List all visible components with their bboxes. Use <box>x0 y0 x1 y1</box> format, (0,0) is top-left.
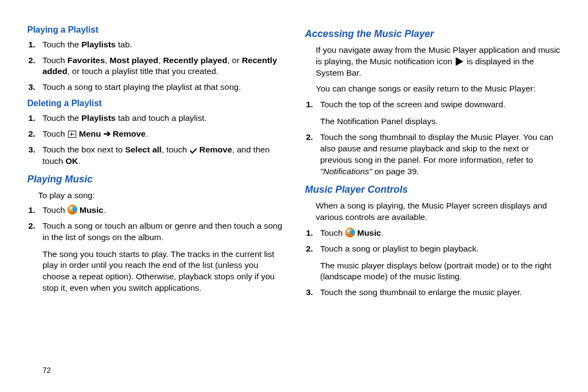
heading-playing-playlist: Playing a Playlist <box>27 24 283 36</box>
heading-controls: Music Player Controls <box>305 183 561 196</box>
music-icon <box>345 228 355 237</box>
heading-deleting-playlist: Deleting a Playlist <box>27 97 283 109</box>
step: Touch Music. <box>318 228 561 239</box>
steps-playing-music: Touch Music. Touch a song or touch an al… <box>27 205 283 294</box>
step: Touch the song thumbnail to display the … <box>318 132 561 177</box>
play-icon <box>456 57 463 66</box>
step: Touch a song to start playing the playli… <box>40 82 283 93</box>
steps-deleting-playlist: Touch the Playlists tab and touch a play… <box>27 113 283 167</box>
check-icon <box>189 147 197 153</box>
step: Touch a song or touch an album or genre … <box>40 220 283 295</box>
step: Touch Menu ➔ Remove. <box>40 128 283 140</box>
step: Touch the top of the screen and swipe do… <box>318 99 561 127</box>
step: Touch Music. <box>40 205 283 216</box>
step: Touch the box next to Select all, touch … <box>40 144 283 167</box>
step: Touch the Playlists tab and touch a play… <box>40 113 283 124</box>
left-column: Playing a Playlist Touch the Playlists t… <box>27 22 283 381</box>
menu-icon <box>68 131 76 138</box>
step: Touch a song or playlist to begin playba… <box>318 243 561 283</box>
steps-controls: Touch Music. Touch a song or playlist to… <box>305 228 561 299</box>
right-column: Accessing the Music Player If you naviga… <box>305 22 561 381</box>
steps-accessing: Touch the top of the screen and swipe do… <box>305 99 561 177</box>
step: Touch Favorites, Most played, Recently p… <box>40 55 283 78</box>
page-number: 72 <box>42 365 51 376</box>
step-extra: The music player displays below (portrai… <box>320 260 561 283</box>
steps-playing-playlist: Touch the Playlists tab. Touch Favorites… <box>27 39 283 94</box>
paragraph: If you navigate away from the Music Play… <box>316 45 561 79</box>
manual-page: Playing a Playlist Touch the Playlists t… <box>0 0 588 392</box>
music-icon <box>68 205 77 215</box>
heading-accessing: Accessing the Music Player <box>305 27 561 40</box>
intro-text: To play a song: <box>38 190 283 201</box>
paragraph: You can change songs or easily return to… <box>316 83 561 95</box>
step: Touch the Playlists tab. <box>40 39 283 51</box>
step-extra: The Notification Panel displays. <box>320 116 561 127</box>
heading-playing-music: Playing Music <box>27 173 283 186</box>
paragraph: When a song is playing, the Music Player… <box>316 200 561 223</box>
step: Touch the song thumbnail to enlarge the … <box>318 287 561 298</box>
step-extra: The song you touch starts to play. The t… <box>42 249 283 295</box>
